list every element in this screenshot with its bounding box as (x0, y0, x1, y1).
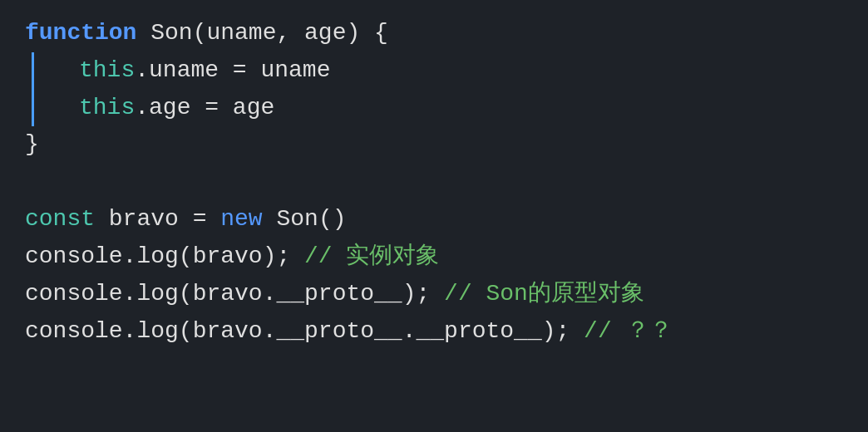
code-block: function Son(uname, age) { this.uname = … (25, 15, 843, 350)
empty-line-1 (25, 164, 843, 201)
code-editor: function Son(uname, age) { this.uname = … (0, 0, 868, 432)
comment-6: // 实例对象 (304, 238, 439, 276)
code-text-7: console.log(bravo.__proto__); (25, 276, 444, 313)
code-text-8: console.log(bravo.__proto__.__proto__); (25, 313, 584, 351)
keyword-function: function (25, 15, 136, 52)
keyword-new: new (220, 201, 262, 238)
code-text-2: .uname = uname (135, 52, 330, 90)
code-text-6: console.log(bravo); (25, 238, 304, 276)
code-line-2: this.uname = uname (37, 52, 843, 90)
code-text-5b: Son() (263, 201, 347, 238)
closing-brace: } (25, 126, 39, 164)
code-text: Son(uname, age) { (136, 15, 387, 52)
keyword-this-1: this (79, 52, 135, 90)
code-line-3: this.age = age (37, 90, 843, 127)
keyword-const: const (25, 201, 95, 238)
code-line-7: console.log(bravo.__proto__); // Son的原型对… (25, 276, 843, 313)
code-text-3: .age = age (135, 90, 274, 127)
code-text-5a: bravo = (95, 201, 220, 238)
code-line-5: const bravo = new Son() (25, 201, 843, 238)
comment-7: // Son的原型对象 (444, 276, 644, 313)
code-line-8: console.log(bravo.__proto__.__proto__); … (25, 313, 843, 351)
code-line-6: console.log(bravo); // 实例对象 (25, 238, 843, 276)
keyword-this-2: this (79, 90, 135, 127)
comment-8: // ？？ (584, 313, 672, 351)
code-line-1: function Son(uname, age) { (25, 15, 843, 52)
code-line-4: } (25, 126, 843, 164)
